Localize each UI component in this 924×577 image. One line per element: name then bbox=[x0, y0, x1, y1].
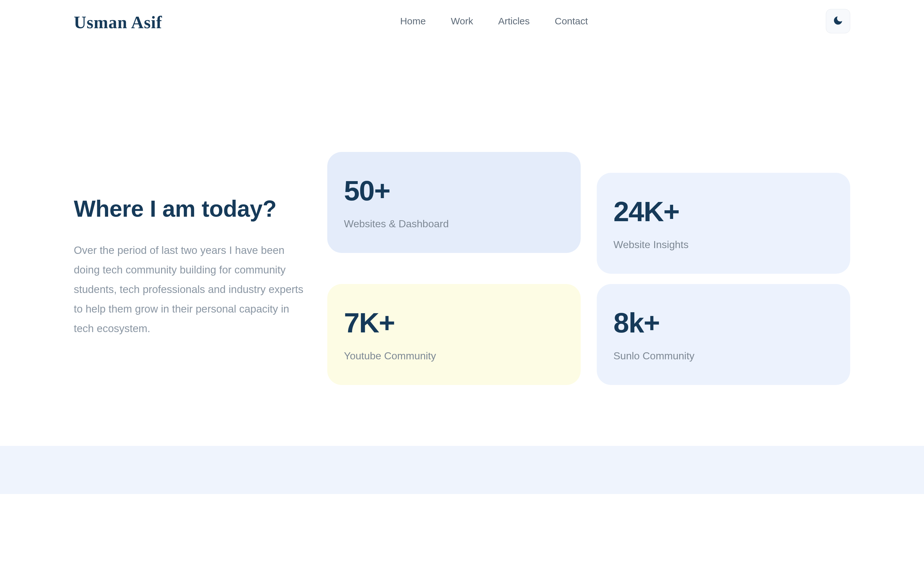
nav-link-contact[interactable]: Contact bbox=[555, 16, 588, 27]
hero-text-column: Where I am today? Over the period of las… bbox=[74, 152, 305, 385]
nav-link-articles[interactable]: Articles bbox=[498, 16, 530, 27]
stat-label: Websites & Dashboard bbox=[344, 218, 564, 230]
stat-card-youtube: 7K+ Youtube Community bbox=[327, 284, 581, 385]
stat-card-sunlo: 8k+ Sunlo Community bbox=[597, 284, 850, 385]
stat-label: Youtube Community bbox=[344, 350, 564, 362]
site-header: Usman Asif Home Work Articles Contact bbox=[0, 0, 924, 33]
nav-link-home[interactable]: Home bbox=[400, 16, 426, 27]
stat-label: Sunlo Community bbox=[614, 350, 834, 362]
stat-value: 8k+ bbox=[614, 306, 834, 339]
hero-section: Where I am today? Over the period of las… bbox=[0, 33, 924, 385]
nav-link-work[interactable]: Work bbox=[451, 16, 473, 27]
stat-value: 50+ bbox=[344, 174, 564, 207]
stat-card-insights: 24K+ Website Insights bbox=[597, 173, 850, 274]
stats-grid: 50+ Websites & Dashboard 24K+ Website In… bbox=[327, 152, 850, 385]
footer-band bbox=[0, 446, 924, 494]
brand-logo[interactable]: Usman Asif bbox=[74, 13, 162, 32]
moon-icon bbox=[833, 15, 843, 27]
stat-card-websites: 50+ Websites & Dashboard bbox=[327, 152, 581, 253]
stat-value: 24K+ bbox=[614, 195, 834, 228]
hero-body: Over the period of last two years I have… bbox=[74, 240, 305, 338]
stat-label: Website Insights bbox=[614, 239, 834, 251]
stat-value: 7K+ bbox=[344, 306, 564, 339]
theme-toggle-button[interactable] bbox=[826, 9, 850, 33]
hero-title: Where I am today? bbox=[74, 197, 305, 221]
primary-nav: Home Work Articles Contact bbox=[400, 16, 588, 27]
